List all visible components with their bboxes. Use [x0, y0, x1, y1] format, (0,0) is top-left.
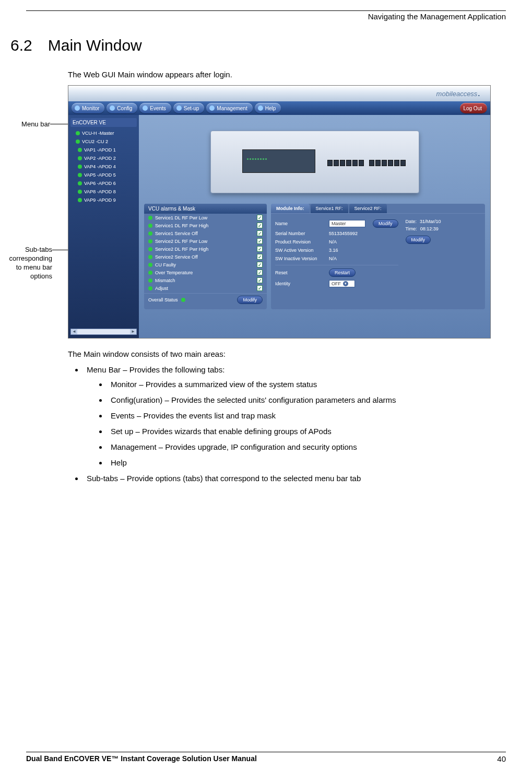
status-dot-icon	[78, 198, 82, 202]
alarm-label: Adjust	[155, 286, 168, 291]
tab-service2-rf[interactable]: Service2 RF:	[349, 204, 387, 213]
alarm-label: Over Temperature	[155, 270, 193, 275]
bullet-menu-bar: Menu Bar – Provides the following tabs: …	[84, 364, 506, 469]
tree-node-label: VAP5 -APOD 5	[84, 172, 116, 178]
module-fields: Name Master Modify Serial Number55133455…	[275, 218, 398, 289]
sub-bullet: Config(uration) – Provides the selected …	[108, 394, 506, 406]
datetime-modify-button[interactable]: Modify	[406, 236, 431, 244]
alarm-checkbox[interactable]: ✓	[257, 277, 263, 283]
alarm-label: Service2 DL RF Pwr High	[155, 247, 208, 252]
name-modify-button[interactable]: Modify	[373, 219, 398, 228]
scroll-left-icon[interactable]: ◄	[71, 329, 77, 334]
main-area: VCU alarms & Mask Service1 DL RF Pwr Low…	[139, 115, 490, 338]
tree-node[interactable]: VAP4 -APOD 4	[70, 162, 137, 171]
status-dot-icon	[78, 156, 82, 160]
section-number: 6.2	[10, 37, 32, 54]
identity-select[interactable]: OFF▾	[329, 280, 355, 287]
siv-value: N/A	[329, 256, 337, 261]
logout-button[interactable]: Log Out	[460, 103, 487, 113]
status-dot-icon	[78, 148, 82, 152]
tab-service1-rf[interactable]: Service1 RF:	[311, 204, 348, 213]
tree-node[interactable]: VAP5 -APOD 5	[70, 171, 137, 179]
tree-node[interactable]: VAP8 -APOD 8	[70, 188, 137, 196]
config-icon	[110, 106, 115, 111]
tree-title: EnCOVER VE	[70, 118, 137, 127]
time-label: Time:	[406, 226, 417, 231]
alarm-label: Service2 DL RF Pwr Low	[155, 239, 207, 244]
alarm-checkbox[interactable]: ✓	[257, 223, 263, 228]
sub-bullet: Help	[108, 457, 506, 469]
status-dot-icon	[148, 255, 152, 259]
alarm-checkbox[interactable]: ✓	[257, 215, 263, 220]
menu-management[interactable]: Management	[206, 103, 252, 113]
reset-label: Reset	[275, 270, 325, 275]
alarm-row: Service2 DL RF Pwr Low✓	[144, 237, 267, 245]
status-dot-icon	[76, 131, 80, 135]
name-field[interactable]: Master	[329, 220, 365, 227]
status-dot-icon	[181, 298, 185, 302]
monitor-icon	[75, 106, 80, 111]
siv-label: SW Inactive Version	[275, 256, 325, 261]
events-icon	[143, 106, 148, 111]
intro-text: The Web GUI Main window appears after lo…	[68, 70, 506, 79]
module-tabs: Module Info: Service1 RF: Service2 RF:	[271, 204, 485, 213]
screenshot: mobileaccess. Monitor Config Events Set-…	[68, 85, 491, 339]
tree-node[interactable]: VCU2 -CU 2	[70, 137, 137, 146]
alarms-header: VCU alarms & Mask	[144, 204, 267, 214]
status-dot-icon	[148, 231, 152, 236]
brand-banner: mobileaccess.	[68, 86, 490, 101]
alarm-label: CU Faulty	[155, 262, 176, 267]
menu-config[interactable]: Config	[107, 103, 137, 113]
brand-logo: mobileaccess.	[436, 90, 480, 98]
sub-bullet: Monitor – Provides a summarized view of …	[108, 378, 506, 391]
status-dot-icon	[148, 271, 152, 275]
alarm-label: Service1 DL RF Pwr Low	[155, 215, 207, 220]
date-time-block: Date:31/Mar/10 Time:08:12:39 Modify	[406, 218, 441, 289]
alarm-row: Service2 DL RF Pwr High✓	[144, 245, 267, 253]
running-header: Navigating the Management Application	[26, 12, 506, 21]
alarms-modify-button[interactable]: Modify	[237, 296, 263, 304]
sn-value: 55133455992	[329, 231, 358, 236]
alarm-checkbox[interactable]: ✓	[257, 246, 263, 252]
sn-label: Serial Number	[275, 231, 325, 236]
pr-label: Product Revision	[275, 239, 325, 244]
menu-bar: Monitor Config Events Set-up Management …	[68, 101, 490, 115]
alarm-row: Adjust✓	[144, 284, 267, 292]
overall-status-label: Overall Status	[148, 297, 178, 302]
tree-scrollbar[interactable]: ◄ ►	[70, 329, 137, 335]
tree-node[interactable]: VCU-H -Master	[70, 129, 137, 137]
tree-node[interactable]: VAP2 -APOD 2	[70, 154, 137, 162]
status-dot-icon	[148, 216, 152, 220]
module-info-panel: Module Info: Service1 RF: Service2 RF: N…	[271, 204, 485, 309]
alarm-row: Mismatch✓	[144, 276, 267, 284]
tab-module-info[interactable]: Module Info:	[271, 204, 310, 213]
alarm-checkbox[interactable]: ✓	[257, 254, 263, 260]
alarm-checkbox[interactable]: ✓	[257, 230, 263, 236]
alarm-checkbox[interactable]: ✓	[257, 238, 263, 244]
menu-setup[interactable]: Set-up	[173, 103, 204, 113]
alarm-checkbox[interactable]: ✓	[257, 285, 263, 291]
alarm-row: Service1 DL RF Pwr Low✓	[144, 214, 267, 222]
status-dot-icon	[78, 181, 82, 185]
alarm-checkbox[interactable]: ✓	[257, 262, 263, 267]
alarm-row: Service1 DL RF Pwr High✓	[144, 222, 267, 229]
sub-bullet: Management – Provides upgrade, IP config…	[108, 441, 506, 453]
tree-node-label: VAP8 -APOD 8	[84, 189, 116, 194]
sav-label: SW Active Version	[275, 248, 325, 253]
restart-button[interactable]: Restart	[329, 269, 356, 277]
alarm-checkbox[interactable]: ✓	[257, 270, 263, 275]
sub-bullet: Set up – Provides wizards that enable de…	[108, 425, 506, 438]
scroll-right-icon[interactable]: ►	[130, 329, 136, 334]
alarm-label: Mismatch	[155, 278, 175, 283]
page-footer: Dual Band EnCOVER VE™ Instant Coverage S…	[26, 752, 506, 763]
page-number: 40	[497, 754, 506, 763]
tree-node[interactable]: VAP1 -APOD 1	[70, 146, 137, 154]
menu-help[interactable]: Help	[255, 103, 281, 113]
status-dot-icon	[148, 278, 152, 283]
section-title: Main Window	[48, 37, 142, 54]
tree-node[interactable]: VAP6 -APOD 6	[70, 179, 137, 188]
alarm-row: CU Faulty✓	[144, 261, 267, 269]
menu-monitor[interactable]: Monitor	[72, 103, 104, 113]
tree-node[interactable]: VAP9 -APOD 9	[70, 196, 137, 204]
menu-events[interactable]: Events	[139, 103, 171, 113]
